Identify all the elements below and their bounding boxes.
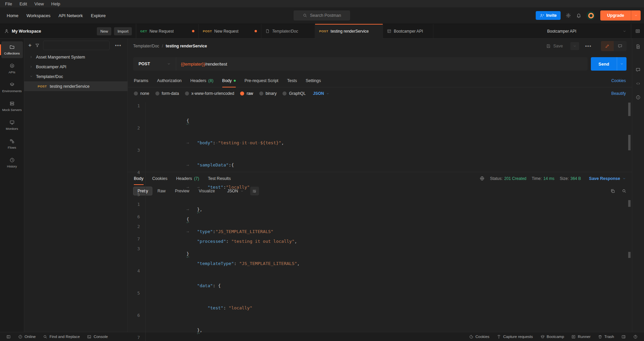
body-mode-option[interactable]: x-www-form-urlencoded (185, 91, 234, 96)
code-line: 4 → → "test":"locally" (128, 169, 632, 191)
tab-templater-doc[interactable]: Templater/Doc (261, 24, 315, 38)
scrollbar-mark[interactable] (628, 103, 631, 116)
new-button[interactable]: New (97, 27, 111, 35)
comments-icon[interactable] (636, 67, 641, 72)
request-tab[interactable]: Headers (8) (190, 74, 214, 87)
tree-item-bootcamper-api[interactable]: Bootcamper API (24, 62, 127, 72)
request-body-editor[interactable]: 1 { 2 → "body":·"testing·it·out·${test}"… (128, 100, 632, 172)
body-mode-option[interactable]: none (134, 91, 149, 96)
body-language-selector[interactable]: JSON (313, 91, 329, 96)
workspace-header: My Workspace New Import (0, 24, 136, 38)
request-tab[interactable]: Settings (306, 74, 321, 87)
request-tab[interactable]: Body (222, 74, 236, 87)
menubar: FileEditViewHelp (0, 0, 644, 7)
header-nav-item[interactable]: Workspaces (23, 11, 54, 20)
panel-toggle-icon[interactable] (3, 335, 14, 339)
import-button[interactable]: Import (114, 27, 132, 35)
edit-pencil-icon[interactable] (601, 41, 614, 51)
upgrade-label[interactable]: Upgrade (600, 10, 631, 21)
scrollbar-mark[interactable] (628, 135, 631, 150)
response-body-viewer[interactable]: 1 { 2 "processed": "testing it out local… (128, 197, 632, 341)
menu-item[interactable]: File (2, 1, 15, 7)
tree-item-testing-renderservice[interactable]: POST testing renderService (24, 81, 127, 91)
filter-funnel-icon[interactable] (35, 43, 40, 48)
response-tab[interactable]: Headers (7) (176, 172, 199, 185)
rail-item-flows[interactable]: Flows (1, 136, 23, 152)
request-tab[interactable]: Tests (287, 74, 297, 87)
body-set-dot (234, 80, 236, 82)
body-mode-option[interactable]: GraphQL (282, 91, 305, 96)
sidebar-search-input[interactable] (43, 41, 110, 50)
search-input[interactable]: Search Postman (294, 10, 350, 21)
send-label[interactable]: Send (591, 57, 617, 71)
rail-item-mock-servers[interactable]: Mock Servers (1, 98, 23, 115)
request-tab[interactable]: Pre-request Script (244, 74, 278, 87)
rail-item-collections[interactable]: Collections (1, 41, 23, 58)
user-avatar[interactable] (586, 11, 595, 20)
body-mode-option[interactable]: form-data (155, 91, 179, 96)
tab-bootcamper-api[interactable]: Bootcamper API (383, 24, 433, 38)
menu-item[interactable]: Help (48, 1, 63, 7)
tab-get-new-request[interactable]: GET New Request (136, 24, 199, 38)
beautify-link[interactable]: Beautify (611, 91, 626, 96)
header-nav-item[interactable]: Home (3, 11, 23, 20)
cookies-link[interactable]: Cookies (611, 74, 626, 87)
sidebar-more-icon[interactable]: ●●● (113, 44, 123, 47)
method-selector[interactable]: POST (133, 57, 176, 71)
breadcrumb-parent[interactable]: Templater/Doc (133, 44, 159, 48)
tab-testing-renderservice[interactable]: POST testing renderService (315, 24, 383, 38)
status-online[interactable]: Online (15, 335, 39, 339)
response-tab[interactable]: Cookies (152, 172, 167, 185)
code-token: , (294, 239, 297, 244)
collections-icon (9, 44, 15, 50)
menu-item[interactable]: View (31, 1, 47, 7)
response-tab[interactable]: Test Results (208, 172, 231, 185)
notifications-bell-icon[interactable] (576, 13, 581, 18)
documentation-icon[interactable] (636, 44, 641, 49)
body-mode-option[interactable]: binary (259, 91, 277, 96)
upgrade-chevron-icon[interactable] (631, 10, 641, 21)
expand-chevron-icon (30, 65, 33, 68)
response-tab[interactable]: Body (134, 172, 144, 185)
save-options-chevron-icon[interactable] (570, 42, 579, 50)
environment-quick-look-icon[interactable] (631, 24, 644, 38)
menu-item[interactable]: Edit (16, 1, 30, 7)
request-tab[interactable]: Authorization (157, 74, 182, 87)
request-tab[interactable]: Params (134, 74, 148, 87)
url-input[interactable]: {{templater}}/render/test (176, 62, 232, 67)
info-icon[interactable] (636, 95, 641, 100)
comment-icon[interactable] (614, 41, 627, 51)
save-button[interactable]: Save (543, 42, 566, 50)
environment-selector[interactable]: Bootcamper API (542, 24, 631, 38)
header-nav-item[interactable]: API Network (54, 11, 87, 20)
add-collection-icon[interactable]: + (28, 42, 32, 49)
settings-gear-icon[interactable] (566, 13, 571, 18)
code-token: : (226, 239, 231, 244)
header-nav-item[interactable]: Explore (87, 11, 110, 20)
tree-item-templater-doc[interactable]: Templater/Doc (24, 72, 127, 81)
tree-item-asset-mangement-system[interactable]: Asset Mangement System (24, 52, 127, 62)
code-line: 1 { (128, 102, 632, 124)
request-more-icon[interactable]: ●●● (583, 44, 594, 48)
workspace-title[interactable]: My Workspace (12, 29, 41, 34)
body-mode-label: GraphQL (289, 91, 305, 96)
rail-item-apis[interactable]: APIs (1, 60, 23, 77)
content: Collections APIs Environments Mock Serve… (0, 39, 644, 332)
code-token: } (197, 328, 200, 333)
code-snippet-icon[interactable] (636, 81, 641, 86)
status-console[interactable]: Console (84, 335, 111, 339)
request-tab-label: Tests (287, 78, 297, 83)
tab-post-new-request[interactable]: POST New Request (199, 24, 261, 38)
breadcrumb-current[interactable]: testing renderService (166, 44, 207, 48)
rail-item-history[interactable]: History (1, 154, 23, 171)
rail-item-environments[interactable]: Environments (1, 79, 23, 96)
code-token: { (187, 217, 189, 222)
scrollbar-mark[interactable] (628, 200, 631, 207)
scrollbar-mark[interactable] (628, 252, 631, 258)
send-options-chevron-icon[interactable] (617, 57, 627, 71)
invite-button[interactable]: Invite (536, 11, 561, 20)
status-find-and-replace[interactable]: Find and Replace (40, 335, 83, 339)
rail-item-monitors[interactable]: Monitors (1, 117, 23, 134)
body-mode-option[interactable]: raw (240, 91, 253, 96)
code-token: · (216, 140, 218, 145)
